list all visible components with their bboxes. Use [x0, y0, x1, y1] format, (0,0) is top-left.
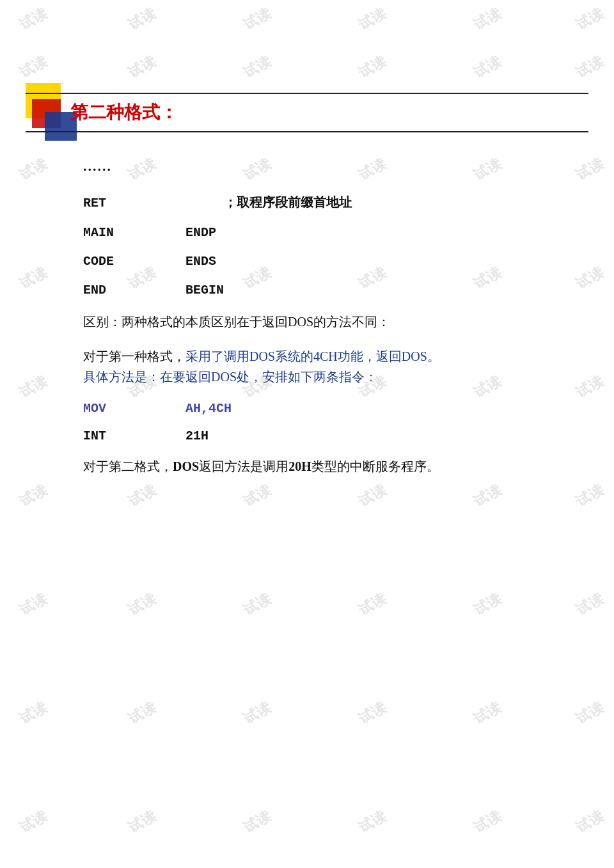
watermark-text: 试读 [572, 263, 606, 294]
watermark-text: 试读 [16, 589, 50, 620]
watermark-text: 试读 [572, 698, 606, 729]
int-keyword: INT [83, 429, 185, 443]
watermark-text: 试读 [16, 372, 50, 402]
watermark-text: 试读 [470, 480, 504, 511]
watermark-text: 试读 [470, 52, 504, 83]
watermark-text: 试读 [125, 589, 159, 620]
end-keyword: END [83, 283, 173, 297]
watermark-text: 试读 [125, 480, 159, 511]
distinction-block: 区别：两种格式的本质区别在于返回DOS的方法不同： [83, 312, 563, 332]
watermark-text: 试读 [16, 480, 50, 511]
main-content: ...... RET ；取程序段前缀首地址 MAIN ENDP CODE END… [83, 158, 563, 477]
watermark-text: 试读 [572, 589, 606, 620]
watermark-text: 试读 [16, 263, 50, 294]
int-arg: 21H [185, 429, 288, 443]
watermark-text: 试读 [240, 698, 274, 729]
ret-keyword: RET [83, 196, 173, 210]
format1-blue: 采用了调用DOS系统的4CH功能，返回DOS。 [185, 349, 440, 363]
watermark-text: 试读 [572, 52, 606, 83]
watermark-text: 试读 [355, 52, 389, 83]
watermark-text: 试读 [16, 807, 50, 837]
mov-arg: AH,4CH [185, 401, 288, 416]
watermark-text: 试读 [355, 807, 389, 837]
watermark-text: 试读 [240, 480, 274, 511]
watermark-text: 试读 [16, 698, 50, 729]
dots-line: ...... [83, 158, 563, 175]
format2-pre: 对于第二格式，DOS返回方法是调用20H类型的中断服务程序。 [83, 459, 439, 473]
watermark-text: 试读 [572, 154, 606, 185]
watermark-text: 试读 [240, 589, 274, 620]
ends-keyword: ENDS [185, 254, 216, 269]
watermark-text: 试读 [355, 698, 389, 729]
watermark-text: 试读 [125, 807, 159, 837]
int-line: INT 21H [83, 429, 563, 443]
main-keyword: MAIN [83, 225, 173, 240]
main-endp-line: MAIN ENDP [83, 225, 563, 240]
watermark-text: 试读 [355, 589, 389, 620]
format1-method: 具体方法是：在要返回DOS处，安排如下两条指令： [83, 370, 377, 384]
watermark-text: 试读 [240, 4, 274, 35]
end-begin-line: END BEGIN [83, 283, 563, 297]
code-keyword: CODE [83, 254, 173, 269]
watermark-text: 试读 [470, 4, 504, 35]
begin-keyword: BEGIN [185, 283, 224, 297]
header-line-bottom [26, 131, 588, 132]
mov-line: MOV AH,4CH [83, 401, 563, 416]
section-header: 第二种格式： [26, 93, 588, 132]
watermark-text: 试读 [572, 480, 606, 511]
endp-keyword: ENDP [185, 225, 216, 240]
watermark-text: 试读 [240, 52, 274, 83]
watermark-text: 试读 [240, 807, 274, 837]
watermark-text: 试读 [470, 589, 504, 620]
watermark-text: 试读 [572, 4, 606, 35]
format2-block: 对于第二格式，DOS返回方法是调用20H类型的中断服务程序。 [83, 456, 563, 477]
header-line-top [26, 93, 588, 94]
ret-comment: ；取程序段前缀首地址 [224, 194, 352, 211]
watermark-text: 试读 [16, 154, 50, 185]
ret-line: RET ；取程序段前缀首地址 [83, 194, 563, 211]
watermark-text: 试读 [16, 52, 50, 83]
watermark-text: 试读 [355, 480, 389, 511]
code-ends-line: CODE ENDS [83, 254, 563, 269]
section-title: 第二种格式： [70, 100, 178, 125]
watermark-text: 试读 [125, 4, 159, 35]
format1-block: 对于第一种格式，采用了调用DOS系统的4CH功能，返回DOS。 具体方法是：在要… [83, 346, 563, 387]
format1-intro: 对于第一种格式， [83, 349, 185, 363]
watermark-text: 试读 [125, 698, 159, 729]
watermark-text: 试读 [572, 807, 606, 837]
watermark-text: 试读 [470, 698, 504, 729]
watermark-text: 试读 [470, 807, 504, 837]
watermark-text: 试读 [572, 372, 606, 402]
watermark-text: 试读 [355, 4, 389, 35]
distinction-text: 区别：两种格式的本质区别在于返回DOS的方法不同： [83, 315, 390, 329]
mov-keyword: MOV [83, 401, 185, 416]
watermark-text: 试读 [125, 52, 159, 83]
watermark-text: 试读 [16, 4, 50, 35]
